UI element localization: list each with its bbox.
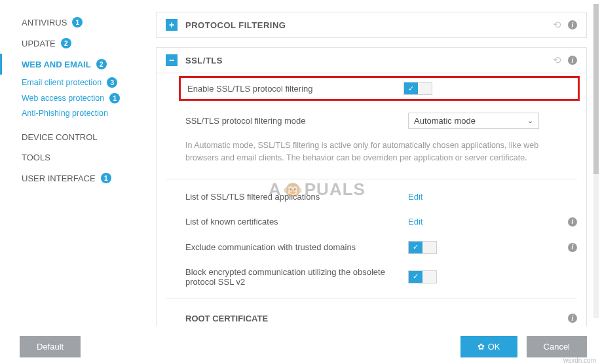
row-filtered-apps: List of SSL/TLS filtered applications Ed… <box>157 185 586 209</box>
sidebar-subitem-web-access-protection[interactable]: Web access protection 1 <box>0 90 143 106</box>
default-button[interactable]: Default <box>20 336 81 357</box>
select-filtering-mode[interactable]: Automatic mode ⌄ <box>408 113 539 129</box>
cancel-button[interactable]: Cancel <box>527 336 587 357</box>
check-icon: ✓ <box>409 242 422 253</box>
sidebar-item-antivirus[interactable]: ANTIVIRUS 1 <box>0 12 143 33</box>
panel-protocol-filtering: + PROTOCOL FILTERING ⟲ i <box>156 12 587 38</box>
info-icon[interactable]: i <box>568 314 577 323</box>
panel-ssl-tls: − SSL/TLS ⟲ i Enable SSL/TLS protocol fi… <box>156 47 587 326</box>
sidebar-item-label: UPDATE <box>22 39 56 48</box>
sidebar-item-label: Email client protection <box>22 78 102 87</box>
row-known-certificates: List of known certificates Edit i <box>157 209 586 234</box>
scrollbar-thumb[interactable] <box>593 4 599 174</box>
panel-header[interactable]: + PROTOCOL FILTERING ⟲ i <box>157 12 586 37</box>
sidebar-item-label: Web access protection <box>22 94 104 103</box>
info-icon[interactable]: i <box>568 56 577 65</box>
row-enable-ssl-filtering: Enable SSL/TLS protocol filtering ✓ <box>179 76 580 101</box>
setting-label: Block encrypted communication utilizing … <box>185 267 408 287</box>
panel-title: SSL/TLS <box>185 56 553 65</box>
sidebar: ANTIVIRUS 1 UPDATE 2 WEB AND EMAIL 2 Ema… <box>0 0 143 326</box>
badge: 1 <box>109 93 120 103</box>
subsection-root-certificate: ROOT CERTIFICATE i <box>157 304 586 327</box>
setting-label: List of SSL/TLS filtered applications <box>185 192 408 202</box>
chevron-down-icon: ⌄ <box>527 117 533 125</box>
revert-icon[interactable]: ⟲ <box>553 54 561 66</box>
badge: 3 <box>107 77 117 88</box>
ok-label: OK <box>488 342 500 352</box>
sidebar-subitem-anti-phishing[interactable]: Anti-Phishing protection <box>0 106 143 120</box>
collapse-icon[interactable]: − <box>166 54 178 66</box>
expand-icon[interactable]: + <box>166 19 178 31</box>
sidebar-item-label: Anti-Phishing protection <box>22 109 108 118</box>
info-icon[interactable]: i <box>568 243 577 252</box>
sidebar-item-label: DEVICE CONTROL <box>22 132 98 142</box>
badge: 1 <box>101 173 111 183</box>
subsection-title: ROOT CERTIFICATE <box>185 314 268 323</box>
toggle-block-sslv2[interactable]: ✓ <box>408 270 437 283</box>
sidebar-item-user-interface[interactable]: USER INTERFACE 1 <box>0 168 143 189</box>
divider <box>166 179 577 179</box>
toggle-exclude-trusted[interactable]: ✓ <box>408 241 437 254</box>
badge: 1 <box>72 17 83 27</box>
watermark-text: wsxdn.com <box>563 357 596 364</box>
sidebar-subitem-email-client-protection[interactable]: Email client protection 3 <box>0 75 143 90</box>
row-block-sslv2: Block encrypted communication utilizing … <box>157 261 586 293</box>
setting-label: Enable SSL/TLS protocol filtering <box>187 84 403 94</box>
sidebar-item-label: TOOLS <box>22 153 50 162</box>
sidebar-item-label: USER INTERFACE <box>22 173 96 183</box>
scrollbar[interactable] <box>593 4 599 318</box>
info-icon[interactable]: i <box>568 20 577 29</box>
panel-title: PROTOCOL FILTERING <box>185 20 553 30</box>
mode-description: In Automatic mode, SSL/TLS filtering is … <box>157 136 586 173</box>
setting-label: Exclude communication with trusted domai… <box>185 242 408 252</box>
select-value: Automatic mode <box>414 116 476 126</box>
setting-label: SSL/TLS protocol filtering mode <box>185 116 408 126</box>
check-icon: ✓ <box>404 82 418 94</box>
sidebar-item-label: ANTIVIRUS <box>22 18 67 27</box>
badge: 2 <box>61 38 71 48</box>
main-content: + PROTOCOL FILTERING ⟲ i − SSL/TLS ⟲ i E… <box>143 0 600 326</box>
ok-button[interactable]: ✿ OK <box>460 336 517 357</box>
toggle-enable-ssl[interactable]: ✓ <box>403 82 432 95</box>
edit-link-apps[interactable]: Edit <box>408 192 422 202</box>
globe-icon: ✿ <box>478 342 485 352</box>
sidebar-item-label: WEB AND EMAIL <box>22 60 91 69</box>
setting-label: List of known certificates <box>185 217 408 227</box>
info-icon[interactable]: i <box>568 217 577 227</box>
divider <box>166 299 577 299</box>
edit-link-certs[interactable]: Edit <box>408 217 422 227</box>
footer: Default ✿ OK Cancel <box>0 336 600 357</box>
badge: 2 <box>96 59 107 69</box>
check-icon: ✓ <box>409 271 422 283</box>
sidebar-item-device-control[interactable]: DEVICE CONTROL <box>0 127 143 147</box>
panel-header[interactable]: − SSL/TLS ⟲ i <box>157 48 586 73</box>
sidebar-item-web-and-email[interactable]: WEB AND EMAIL 2 <box>0 54 143 75</box>
row-filtering-mode: SSL/TLS protocol filtering mode Automati… <box>157 106 586 136</box>
revert-icon[interactable]: ⟲ <box>553 19 561 31</box>
sidebar-item-tools[interactable]: TOOLS <box>0 147 143 168</box>
row-exclude-trusted: Exclude communication with trusted domai… <box>157 234 586 261</box>
sidebar-item-update[interactable]: UPDATE 2 <box>0 33 143 54</box>
